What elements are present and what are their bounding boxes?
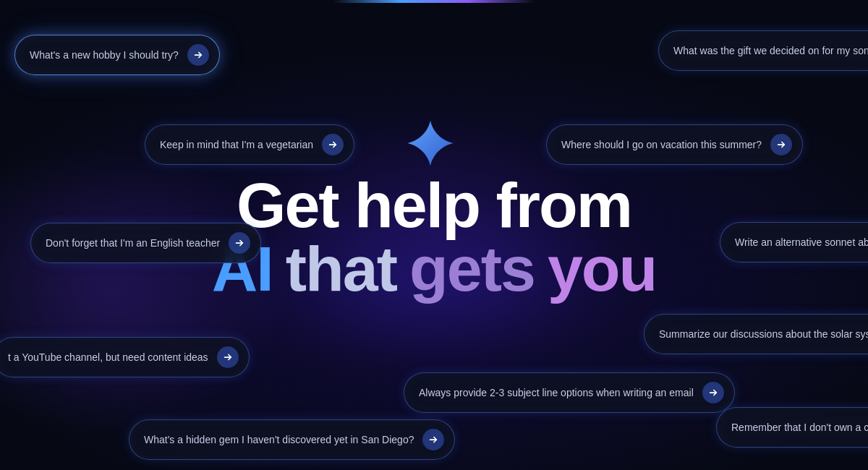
pill-youtube-text: t a YouTube channel, but need content id… — [8, 351, 208, 363]
pill-birthday-text: What was the gift we decided on for my s… — [673, 45, 868, 56]
heading-line1: Get help from — [181, 174, 687, 237]
pill-sonnet-text: Write an alternative sonnet about — [735, 236, 868, 248]
main-content: Get help from AI that gets you What's a … — [0, 0, 868, 470]
pill-vegetarian[interactable]: Keep in mind that I'm a vegetarian — [145, 124, 354, 165]
pill-youtube-arrow[interactable] — [217, 346, 239, 368]
heading-word-you: you — [548, 237, 656, 301]
pill-youtube[interactable]: t a YouTube channel, but need content id… — [0, 337, 250, 377]
pill-vacation[interactable]: Where should I go on vacation this summe… — [546, 124, 803, 165]
pill-vacation-arrow[interactable] — [770, 134, 792, 155]
pill-english[interactable]: Don't forget that I'm an English teacher — [30, 223, 261, 263]
pill-email-arrow[interactable] — [702, 382, 724, 403]
pill-vegetarian-text: Keep in mind that I'm a vegetarian — [160, 139, 313, 150]
pill-sandiego[interactable]: What's a hidden gem I haven't discovered… — [129, 419, 455, 460]
star-icon — [405, 118, 456, 168]
pill-car[interactable]: Remember that I don't own a car — [716, 407, 868, 448]
heading-word-that: that — [286, 237, 396, 301]
pill-vacation-text: Where should I go on vacation this summe… — [561, 139, 762, 150]
pill-hobby-arrow[interactable] — [187, 44, 209, 66]
pill-sandiego-arrow[interactable] — [422, 429, 444, 450]
pill-hobby[interactable]: What's a new hobby I should try? — [14, 35, 220, 75]
pill-car-text: Remember that I don't own a car — [731, 422, 868, 433]
pill-email-text: Always provide 2-3 subject line options … — [419, 387, 694, 398]
pill-sonnet[interactable]: Write an alternative sonnet about — [720, 222, 868, 262]
pill-hobby-text: What's a new hobby I should try? — [30, 49, 179, 61]
pill-solar[interactable]: Summarize our discussions about the sola… — [644, 314, 868, 354]
pill-birthday[interactable]: What was the gift we decided on for my s… — [658, 30, 868, 71]
pill-vegetarian-arrow[interactable] — [322, 134, 344, 155]
heading-word-gets: gets — [409, 237, 535, 301]
pill-english-arrow[interactable] — [229, 232, 250, 254]
pill-solar-text: Summarize our discussions about the sola… — [659, 328, 868, 340]
pill-email[interactable]: Always provide 2-3 subject line options … — [404, 372, 735, 413]
pill-sandiego-text: What's a hidden gem I haven't discovered… — [144, 434, 414, 445]
pill-english-text: Don't forget that I'm an English teacher — [46, 237, 220, 249]
